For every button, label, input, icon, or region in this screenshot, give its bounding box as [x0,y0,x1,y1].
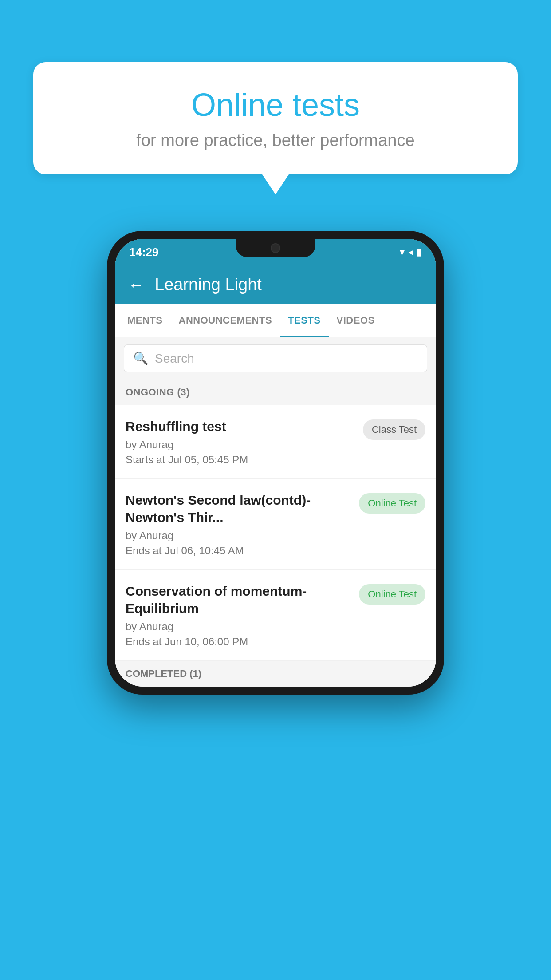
test-name-3: Conservation of momentum-Equilibrium [126,582,352,617]
phone-screen: 14:29 ▾ ◂ ▮ ← Learning Light MENTS ANNOU… [115,239,436,687]
bubble-title: Online tests [60,87,491,123]
wifi-icon: ▾ [400,246,405,258]
tab-ments[interactable]: MENTS [119,304,171,337]
test-date-1: Starts at Jul 05, 05:45 PM [126,454,356,466]
phone-wrapper: 14:29 ▾ ◂ ▮ ← Learning Light MENTS ANNOU… [107,231,444,695]
phone-camera [271,243,280,253]
test-date-3: Ends at Jun 10, 06:00 PM [126,636,352,648]
battery-icon: ▮ [417,246,422,258]
test-name-1: Reshuffling test [126,418,356,435]
test-info-3: Conservation of momentum-Equilibrium by … [126,582,359,648]
search-input[interactable]: Search [155,352,194,366]
tab-tests[interactable]: TESTS [280,304,328,337]
test-badge-1: Class Test [363,419,425,440]
bubble-subtitle: for more practice, better performance [60,131,491,150]
tab-videos[interactable]: VIDEOS [329,304,383,337]
tab-announcements[interactable]: ANNOUNCEMENTS [171,304,280,337]
test-item-1[interactable]: Reshuffling test by Anurag Starts at Jul… [115,405,436,479]
tabs-container: MENTS ANNOUNCEMENTS TESTS VIDEOS [115,304,436,337]
app-title: Learning Light [155,275,262,294]
completed-section-header: COMPLETED (1) [115,661,436,687]
test-date-2: Ends at Jul 06, 10:45 AM [126,545,352,557]
app-header: ← Learning Light [115,265,436,304]
test-item-2[interactable]: Newton's Second law(contd)-Newton's Thir… [115,479,436,570]
test-info-1: Reshuffling test by Anurag Starts at Jul… [126,418,363,466]
speech-bubble: Online tests for more practice, better p… [33,62,518,174]
signal-icon: ◂ [408,246,413,258]
search-box[interactable]: 🔍 Search [124,344,427,372]
test-author-1: by Anurag [126,439,356,451]
test-author-3: by Anurag [126,620,352,633]
search-icon: 🔍 [133,351,149,366]
test-info-2: Newton's Second law(contd)-Newton's Thir… [126,491,359,557]
test-author-2: by Anurag [126,530,352,542]
back-button[interactable]: ← [128,276,144,294]
search-container: 🔍 Search [115,337,436,379]
status-icons: ▾ ◂ ▮ [400,246,422,258]
ongoing-section-header: ONGOING (3) [115,379,436,405]
test-item-3[interactable]: Conservation of momentum-Equilibrium by … [115,570,436,661]
test-badge-3: Online Test [359,584,425,605]
status-time: 14:29 [129,245,159,259]
test-badge-2: Online Test [359,493,425,514]
phone-notch [236,239,315,257]
phone-outer: 14:29 ▾ ◂ ▮ ← Learning Light MENTS ANNOU… [107,231,444,695]
speech-bubble-container: Online tests for more practice, better p… [33,62,518,174]
test-name-2: Newton's Second law(contd)-Newton's Thir… [126,491,352,526]
